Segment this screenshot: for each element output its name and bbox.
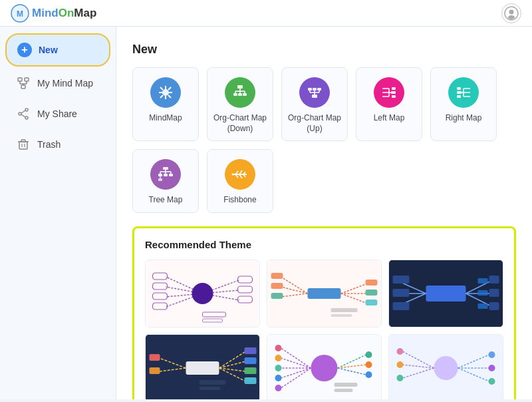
svg-rect-114 <box>366 290 378 296</box>
svg-point-182 <box>489 351 495 358</box>
mindmap-icon <box>150 77 181 108</box>
svg-point-4 <box>508 15 515 19</box>
svg-rect-143 <box>245 347 257 354</box>
map-card-fishbone[interactable]: Fishbone <box>207 149 273 213</box>
svg-point-162 <box>275 355 282 361</box>
logo-text: MindOnMap <box>32 7 96 20</box>
svg-rect-57 <box>457 91 462 94</box>
svg-line-15 <box>21 110 25 113</box>
svg-point-12 <box>25 108 28 111</box>
theme-card-3[interactable] <box>388 260 503 327</box>
svg-rect-119 <box>426 286 466 302</box>
map-card-tree-map[interactable]: Tree Map <box>132 149 199 213</box>
sidebar-item-new-label: New <box>39 45 58 55</box>
svg-rect-40 <box>308 88 312 91</box>
svg-rect-41 <box>313 88 317 91</box>
map-card-right-map[interactable]: Right Map <box>430 67 497 141</box>
svg-point-166 <box>366 351 372 358</box>
map-card-org-chart-down[interactable]: Org-Chart Map(Down) <box>207 67 273 141</box>
svg-rect-136 <box>186 361 219 375</box>
svg-rect-116 <box>331 308 358 312</box>
svg-line-30 <box>168 95 171 98</box>
top-bar-right <box>501 3 521 23</box>
svg-rect-17 <box>19 142 27 149</box>
sidebar-item-my-mind-map-label: My Mind Map <box>37 78 93 89</box>
svg-rect-42 <box>317 88 321 91</box>
svg-point-167 <box>366 361 372 368</box>
right-map-icon <box>448 77 479 108</box>
svg-point-183 <box>489 365 495 371</box>
new-section-title: New <box>132 43 516 57</box>
svg-rect-117 <box>331 314 352 317</box>
svg-rect-39 <box>243 93 247 96</box>
svg-rect-63 <box>457 87 461 90</box>
svg-marker-83 <box>231 173 233 176</box>
svg-point-14 <box>19 112 21 115</box>
map-card-org-chart-up[interactable]: Org-Chart Map (Up) <box>281 67 348 141</box>
svg-rect-111 <box>271 283 283 289</box>
svg-point-22 <box>162 89 169 96</box>
theme-card-4[interactable] <box>145 334 260 399</box>
svg-rect-112 <box>271 293 283 299</box>
org-chart-down-label: Org-Chart Map(Down) <box>213 113 267 134</box>
svg-line-16 <box>21 114 25 117</box>
svg-point-161 <box>275 345 282 351</box>
map-icon <box>16 77 31 89</box>
user-avatar[interactable] <box>501 3 521 23</box>
svg-point-181 <box>397 375 404 381</box>
theme-card-2[interactable] <box>267 260 382 327</box>
mindmap-label: MindMap <box>149 113 182 124</box>
map-card-mindmap[interactable]: MindMap <box>132 67 199 141</box>
svg-rect-49 <box>391 91 396 94</box>
svg-rect-73 <box>169 174 173 176</box>
svg-rect-31 <box>237 85 243 89</box>
svg-point-164 <box>275 375 282 381</box>
left-map-icon <box>374 77 404 108</box>
logo: M MindOnMap <box>11 4 96 23</box>
left-map-label: Left Map <box>374 113 405 124</box>
sidebar-item-trash-label: Trash <box>37 139 61 150</box>
svg-rect-150 <box>200 387 221 390</box>
svg-rect-144 <box>245 357 257 364</box>
top-bar: M MindOnMap <box>0 0 532 27</box>
svg-point-180 <box>397 361 404 368</box>
svg-rect-132 <box>478 278 488 284</box>
sidebar-item-my-mind-map[interactable]: My Mind Map <box>5 69 110 97</box>
org-chart-up-label: Org-Chart Map (Up) <box>287 113 342 134</box>
svg-point-152 <box>311 355 338 381</box>
sidebar-item-new[interactable]: + New <box>5 33 110 67</box>
tree-map-label: Tree Map <box>149 195 183 206</box>
svg-rect-169 <box>334 383 358 387</box>
right-map-label: Right Map <box>446 113 482 124</box>
svg-point-172 <box>434 356 458 380</box>
map-card-left-map[interactable]: Left Map <box>356 67 422 141</box>
svg-rect-56 <box>392 95 396 98</box>
svg-line-29 <box>160 95 163 98</box>
svg-rect-170 <box>334 389 353 392</box>
sidebar: + New My Mind Map My Share Trash <box>0 27 116 399</box>
app-body: + New My Mind Map My Share Trash New <box>0 27 532 399</box>
theme-card-6[interactable] <box>388 334 503 399</box>
svg-rect-103 <box>308 288 341 299</box>
theme-card-1[interactable] <box>145 260 260 327</box>
svg-rect-48 <box>312 95 317 98</box>
svg-rect-148 <box>150 367 160 374</box>
theme-grid <box>145 260 503 399</box>
svg-point-13 <box>25 116 28 119</box>
sidebar-item-my-share-label: My Share <box>37 108 77 119</box>
svg-rect-65 <box>163 167 168 170</box>
recommended-title: Recommended Theme <box>145 239 503 250</box>
trash-icon <box>16 138 31 150</box>
svg-rect-129 <box>489 276 499 284</box>
sidebar-item-my-share[interactable]: My Share <box>5 100 110 128</box>
svg-rect-128 <box>393 302 410 310</box>
theme-card-5[interactable] <box>267 334 382 399</box>
svg-rect-5 <box>18 78 22 81</box>
fishbone-label: Fishbone <box>223 195 256 206</box>
sidebar-item-trash[interactable]: Trash <box>5 130 110 158</box>
svg-rect-126 <box>393 276 410 284</box>
svg-rect-19 <box>21 140 25 142</box>
main-content: New MindMap <box>116 27 532 399</box>
svg-rect-71 <box>158 174 162 176</box>
org-chart-down-icon <box>225 77 255 108</box>
